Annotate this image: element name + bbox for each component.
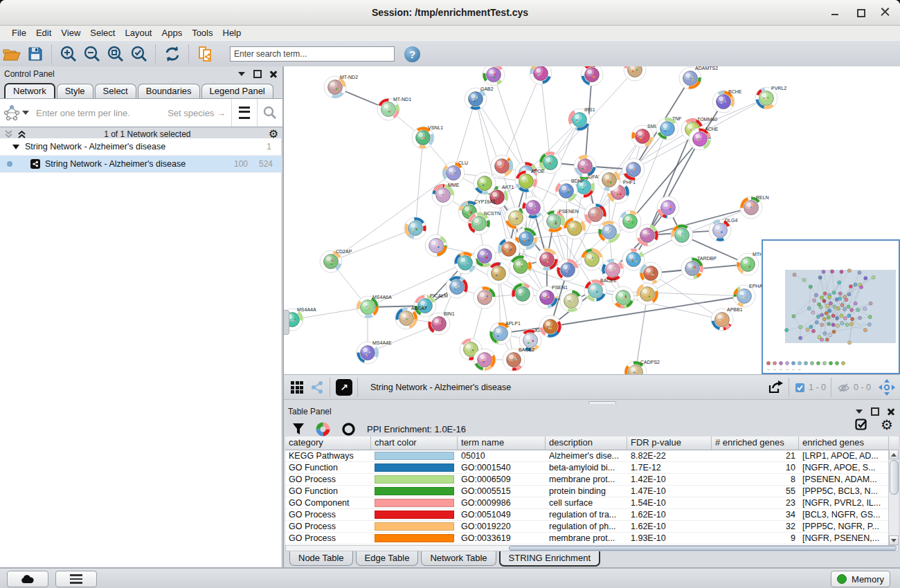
- menu-item-view[interactable]: View: [56, 26, 85, 39]
- scrollbar-thumb[interactable]: [890, 460, 899, 495]
- network-node[interactable]: [454, 252, 476, 274]
- enrichment-row-5[interactable]: GO ProcessGO:0051049regulation of tra...…: [285, 509, 899, 521]
- enrichment-row-4[interactable]: GO ComponentGO:0009986cell surface1.54E-…: [285, 497, 899, 509]
- scroll-up-icon[interactable]: [889, 450, 899, 459]
- panel-collapse-grip[interactable]: [284, 310, 289, 335]
- tab-string-enrichment[interactable]: STRING Enrichment: [499, 551, 600, 567]
- network-node-apbb1[interactable]: APBB1: [711, 307, 743, 331]
- network-node-gab2[interactable]: GAB2: [465, 86, 494, 110]
- network-node-adamts2[interactable]: ADAMTS2: [679, 66, 718, 89]
- tab-edge-table[interactable]: Edge Table: [356, 551, 419, 566]
- column-header-term-name[interactable]: term name: [458, 437, 546, 450]
- cloud-tasks-button[interactable]: [7, 571, 48, 587]
- h-scrollbar-thumb[interactable]: [509, 546, 897, 551]
- network-node-dlg4[interactable]: DLG4: [709, 218, 737, 241]
- network-node[interactable]: [598, 169, 620, 191]
- enrichment-row-3[interactable]: GO FunctionGO:0005515protein binding1.47…: [285, 486, 899, 497]
- close-button[interactable]: [881, 8, 890, 17]
- scroll-down-icon[interactable]: [889, 535, 899, 545]
- network-node[interactable]: [425, 235, 447, 257]
- network-node-bin1[interactable]: BIN1: [428, 311, 455, 335]
- network-node[interactable]: [491, 155, 513, 177]
- enrichment-row-0[interactable]: KEGG Pathways05010Alzheimer's dise...8.8…: [285, 450, 899, 462]
- refresh-network-button[interactable]: [162, 44, 183, 64]
- string-term-input[interactable]: Enter one term per line.: [32, 108, 168, 118]
- network-node-irs1[interactable]: IRS1: [568, 107, 595, 131]
- filter-funnel-icon[interactable]: [292, 423, 305, 436]
- network-node-cd2ap[interactable]: CD2AP: [320, 249, 352, 273]
- enrichment-row-2[interactable]: GO ProcessGO:0006509membrane prot...1.42…: [285, 474, 899, 486]
- share-network-icon[interactable]: [309, 380, 325, 395]
- network-node[interactable]: [657, 196, 679, 219]
- save-session-button[interactable]: [25, 44, 46, 64]
- network-node[interactable]: [560, 290, 582, 312]
- network-node[interactable]: [539, 315, 561, 338]
- enrichment-donut-icon[interactable]: [316, 422, 330, 437]
- menu-item-layout[interactable]: Layout: [120, 26, 156, 39]
- navigate-compass-icon[interactable]: [878, 378, 896, 396]
- memory-button[interactable]: Memory: [831, 571, 890, 587]
- network-node[interactable]: [510, 255, 532, 277]
- column-header-description[interactable]: description: [546, 437, 627, 450]
- tab-legend-panel[interactable]: Legend Panel: [201, 84, 273, 98]
- network-node[interactable]: [636, 224, 658, 246]
- menu-item-tools[interactable]: Tools: [187, 26, 217, 39]
- network-node[interactable]: [474, 172, 496, 194]
- network-node[interactable]: [640, 262, 662, 284]
- network-node[interactable]: [557, 259, 579, 281]
- close-panel-icon[interactable]: [270, 71, 277, 77]
- export-network-icon[interactable]: [767, 380, 784, 395]
- network-node[interactable]: [564, 217, 586, 239]
- network-node-clu[interactable]: CLU: [442, 160, 468, 184]
- column-header-chart-color[interactable]: chart color: [371, 437, 458, 450]
- open-in-window-button[interactable]: ↗: [336, 379, 352, 396]
- column-header-category[interactable]: category: [285, 437, 371, 450]
- tab-network-table[interactable]: Network Table: [421, 551, 496, 566]
- column-header-fdr-p-value[interactable]: FDR p-value: [627, 437, 712, 450]
- ring-chart-icon[interactable]: [341, 422, 356, 437]
- network-node-bace1[interactable]: BACE1: [584, 278, 616, 302]
- column-header--enriched-genes[interactable]: # enriched genes: [712, 437, 799, 450]
- network-node-chat[interactable]: CHAT: [624, 66, 653, 81]
- network-node-epha1[interactable]: EPHA1: [733, 284, 765, 307]
- tab-node-table[interactable]: Node Table: [289, 551, 353, 566]
- menu-item-edit[interactable]: Edit: [31, 26, 56, 39]
- float-panel-icon[interactable]: [253, 70, 262, 78]
- network-node[interactable]: [404, 217, 426, 239]
- menu-item-apps[interactable]: Apps: [157, 26, 188, 39]
- network-node[interactable]: [598, 221, 620, 243]
- network-node-mt-nd1[interactable]: MT-ND1: [377, 97, 411, 120]
- table-float-icon[interactable]: [871, 407, 879, 416]
- network-node-reln[interactable]: RELN: [740, 195, 769, 219]
- tab-boundaries[interactable]: Boundaries: [138, 84, 200, 98]
- table-panel-menu-icon[interactable]: [856, 410, 863, 414]
- vertical-scrollbar[interactable]: [888, 450, 899, 545]
- network-node-abca7[interactable]: ABCA7: [395, 306, 427, 329]
- network-node[interactable]: [474, 349, 496, 371]
- collection-expand-icon[interactable]: [12, 145, 19, 149]
- table-settings-gear-icon[interactable]: ⚙: [881, 418, 893, 432]
- network-node[interactable]: [671, 224, 693, 246]
- network-node-cadps2[interactable]: CADPS2: [624, 360, 660, 374]
- search-input[interactable]: [230, 46, 395, 62]
- grid-view-button[interactable]: [291, 381, 303, 394]
- zoom-out-button[interactable]: [82, 44, 102, 64]
- network-node[interactable]: [581, 66, 603, 86]
- horizontal-scrollbar[interactable]: [285, 545, 899, 551]
- expand-all-icon[interactable]: [17, 129, 26, 139]
- open-session-button[interactable]: [1, 44, 22, 64]
- menu-item-file[interactable]: File: [7, 26, 31, 39]
- network-node[interactable]: [530, 66, 552, 84]
- menu-item-help[interactable]: Help: [218, 26, 246, 39]
- column-header-enriched-genes[interactable]: enriched genes: [799, 437, 889, 450]
- network-node[interactable]: [483, 66, 505, 86]
- network-node[interactable]: [581, 248, 603, 270]
- network-node[interactable]: [536, 248, 558, 270]
- network-node-pvrl2[interactable]: PVRL2: [755, 86, 786, 109]
- network-node-ncstn[interactable]: NCSTN: [468, 211, 501, 235]
- network-node-bace2[interactable]: BACE2: [503, 347, 534, 371]
- string-logo-icon[interactable]: [0, 99, 32, 127]
- string-options-button[interactable]: [231, 99, 257, 127]
- network-node[interactable]: [636, 283, 658, 305]
- network-row[interactable]: String Network - Alzheimer's disease 100…: [0, 156, 281, 173]
